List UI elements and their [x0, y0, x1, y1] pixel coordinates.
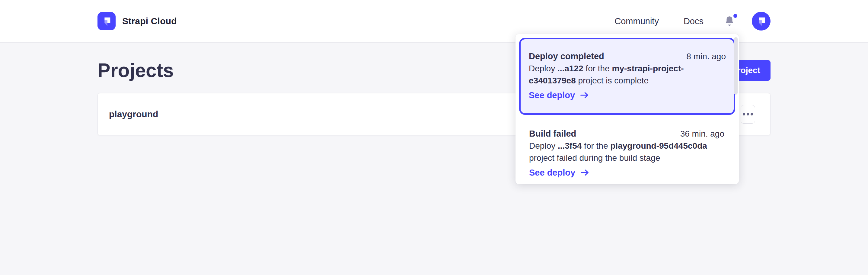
user-avatar[interactable]: [752, 12, 771, 30]
ellipsis-icon: [747, 113, 749, 115]
brand: Strapi Cloud: [97, 12, 177, 30]
project-menu-button[interactable]: [741, 105, 755, 123]
nav-link-community[interactable]: Community: [615, 16, 659, 26]
notification-body: Deploy ...a122 for the my-strapi-project…: [529, 62, 726, 87]
notification-item[interactable]: Deploy completed 8 min. ago Deploy ...a1…: [519, 38, 735, 115]
scrollbar-thumb[interactable]: [734, 37, 738, 94]
project-name: playground: [109, 109, 158, 119]
arrow-right-icon: [580, 91, 589, 99]
notification-time: 36 min. ago: [680, 128, 724, 140]
notifications-panel: Deploy completed 8 min. ago Deploy ...a1…: [516, 34, 739, 184]
ellipsis-icon: [743, 113, 745, 115]
see-deploy-label: See deploy: [529, 166, 575, 178]
notification-body: Deploy ...3f54 for the playground-95d445…: [529, 140, 724, 164]
ellipsis-icon: [751, 113, 753, 115]
arrow-right-icon: [580, 169, 590, 176]
notification-title: Deploy completed: [529, 50, 604, 62]
see-deploy-link[interactable]: See deploy: [529, 89, 726, 101]
notifications-list: Deploy completed 8 min. ago Deploy ...a1…: [519, 38, 735, 184]
nav-link-docs[interactable]: Docs: [684, 16, 704, 26]
bell-icon: [725, 16, 734, 27]
header-nav: Community Docs: [615, 12, 771, 30]
page-title: Projects: [97, 60, 174, 81]
see-deploy-link[interactable]: See deploy: [529, 166, 724, 178]
notifications-bell-button[interactable]: [723, 14, 736, 28]
notification-title: Build failed: [529, 128, 576, 140]
notification-time: 8 min. ago: [686, 51, 726, 62]
see-deploy-label: See deploy: [529, 89, 575, 101]
brand-name: Strapi Cloud: [122, 16, 177, 26]
strapi-logo-icon[interactable]: [97, 12, 116, 30]
strapi-mark-icon: [101, 16, 112, 27]
avatar-strapi-mark-icon: [755, 16, 767, 27]
unread-dot: [734, 14, 737, 18]
notification-item[interactable]: Build failed 36 min. ago Deploy ...3f54 …: [519, 115, 735, 184]
